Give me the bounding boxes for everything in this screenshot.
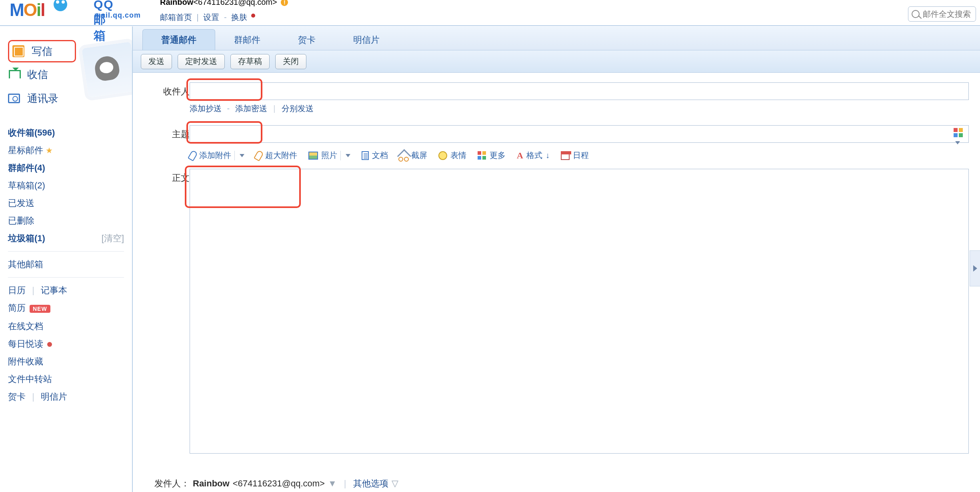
add-bcc-link[interactable]: 添加密送 — [235, 104, 267, 113]
nav-home[interactable]: 邮箱首页 — [160, 13, 192, 22]
tab-normal-mail[interactable]: 普通邮件 — [142, 29, 215, 50]
folder-sent[interactable]: 已发送 — [8, 194, 124, 212]
sidebar-daily-read[interactable]: 每日悦读 — [8, 335, 124, 353]
body-textarea[interactable] — [190, 169, 969, 454]
skin-update-dot-icon — [251, 14, 255, 18]
contacts-icon — [8, 94, 20, 103]
sidebar-attachments[interactable]: 附件收藏 — [8, 353, 124, 370]
folder-deleted[interactable]: 已删除 — [8, 212, 124, 230]
update-dot-icon — [47, 342, 52, 347]
compose-toolbar: 发送 定时发送 存草稿 关闭 — [133, 50, 980, 73]
smile-icon — [438, 151, 447, 160]
sidebar-file-transit[interactable]: 文件中转站 — [8, 370, 124, 388]
send-button[interactable]: 发送 — [141, 54, 172, 69]
sidebar-calendar[interactable]: 日历 — [8, 285, 26, 295]
sidebar-online-doc[interactable]: 在线文档 — [8, 318, 124, 335]
emoji-button[interactable]: 表情 — [438, 150, 466, 161]
nav-skin[interactable]: 换肤 — [231, 13, 247, 22]
sender-email: <674116231@qq.com> — [233, 478, 325, 489]
format-button[interactable]: A 格式 ↓ — [517, 150, 550, 161]
folder-spam[interactable]: 垃圾箱(1) [清空] — [8, 230, 124, 247]
sidebar-calendar-notes: 日历 | 记事本 — [8, 282, 124, 299]
chevron-down-icon[interactable] — [240, 154, 244, 157]
arrow-down-icon: ↓ — [546, 151, 550, 160]
calendar-date-icon — [561, 151, 570, 160]
search-icon — [912, 10, 920, 18]
subject-label: 主题 — [154, 125, 190, 140]
send-separately-link[interactable]: 分别发送 — [282, 104, 314, 113]
sidebar-resume[interactable]: 简历NEW — [8, 299, 124, 318]
compose-icon — [12, 45, 24, 57]
chevron-down-icon — [955, 141, 960, 144]
insert-photo-button[interactable]: 照片 — [308, 150, 350, 161]
chevron-down-icon[interactable] — [346, 154, 350, 157]
search-input[interactable] — [923, 10, 972, 19]
scissors-icon — [399, 151, 408, 160]
sidebar-contacts[interactable]: 通讯录 — [8, 86, 124, 110]
sidebar-postcard[interactable]: 明信片 — [41, 392, 67, 402]
compose-tabs: 普通邮件 群邮件 贺卡 明信片 — [133, 26, 980, 50]
save-draft-button[interactable]: 存草稿 — [230, 54, 270, 69]
user-name: Rainbow — [160, 0, 193, 6]
sidebar-greeting-postcard: 贺卡 | 明信片 — [8, 388, 124, 406]
add-cc-link[interactable]: 添加抄送 — [190, 104, 222, 113]
sidebar-contacts-label: 通讯录 — [27, 86, 58, 110]
editor-toolbar: 添加附件 超大附件 照片 — [190, 150, 969, 161]
schedule-send-button[interactable]: 定时发送 — [178, 54, 225, 69]
sender-dropdown[interactable]: ▼ — [328, 478, 337, 489]
body-label: 正文 — [154, 169, 190, 184]
spam-clear-link[interactable]: [清空] — [102, 230, 124, 247]
paperclip-icon — [188, 150, 198, 161]
insert-document-button[interactable]: 文档 — [362, 150, 388, 161]
sidebar-notes[interactable]: 记事本 — [41, 285, 67, 295]
sidebar-receive-label: 收信 — [27, 62, 48, 86]
sidebar-compose[interactable]: 写信 — [8, 40, 76, 62]
chevron-right-icon — [973, 265, 977, 272]
folder-starred[interactable]: 星标邮件 ★ — [8, 142, 124, 159]
star-icon: ★ — [46, 146, 53, 155]
other-options-link[interactable]: 其他选项 — [353, 478, 388, 490]
user-email: <674116231@qq.com> — [193, 0, 277, 6]
new-badge: NEW — [30, 305, 50, 313]
tab-greeting-card[interactable]: 贺卡 — [279, 29, 334, 50]
brand-name-en: mail.qq.com — [94, 11, 141, 20]
to-input[interactable] — [190, 82, 969, 100]
folder-inbox[interactable]: 收件箱(596) — [8, 124, 124, 142]
sidebar-compose-label: 写信 — [32, 39, 52, 63]
sender-label: 发件人： — [154, 478, 190, 490]
logo-monogram: MOil — [10, 0, 44, 20]
big-attach-button[interactable]: 超大附件 — [256, 150, 297, 161]
logo[interactable]: MOil QQ邮箱 mail.qq.com — [10, 0, 44, 20]
folder-other-mailboxes[interactable]: 其他邮箱 — [8, 256, 124, 273]
sidebar-receive[interactable]: 收信 — [8, 62, 124, 86]
photo-icon — [308, 152, 318, 160]
folder-drafts[interactable]: 草稿箱(2) — [8, 177, 124, 194]
search-box[interactable] — [908, 6, 976, 22]
screenshot-button[interactable]: 截屏 — [399, 150, 427, 161]
folder-group-mail[interactable]: 群邮件(4) — [8, 159, 124, 177]
nav-settings[interactable]: 设置 — [203, 13, 219, 22]
user-identity: Rainbow<674116231@qq.com> ! — [160, 0, 288, 7]
insert-schedule-button[interactable]: 日程 — [561, 150, 589, 161]
subject-emoji-picker[interactable] — [954, 128, 965, 139]
sidebar-greeting-card[interactable]: 贺卡 — [8, 392, 26, 402]
attach-button[interactable]: 添加附件 — [190, 150, 244, 161]
tab-group-mail[interactable]: 群邮件 — [215, 29, 279, 50]
large-paperclip-icon — [254, 150, 264, 161]
mosaic-icon — [954, 128, 965, 137]
grid-icon — [478, 151, 486, 160]
penguin-icon — [54, 0, 67, 11]
warning-icon[interactable]: ! — [281, 0, 288, 6]
to-label: 收件人 — [154, 82, 190, 98]
side-expander[interactable] — [970, 250, 980, 286]
sender-name: Rainbow — [193, 478, 230, 489]
document-icon — [362, 151, 369, 160]
more-button[interactable]: 更多 — [478, 150, 506, 161]
subject-input[interactable] — [190, 125, 969, 143]
tab-postcard[interactable]: 明信片 — [334, 29, 398, 50]
close-button[interactable]: 关闭 — [275, 54, 306, 69]
other-options-dropdown[interactable]: ▽ — [392, 478, 398, 489]
compose-footer: 发件人： Rainbow <674116231@qq.com> ▼ | 其他选项… — [154, 478, 398, 490]
inbox-arrow-icon — [8, 68, 20, 80]
format-a-icon: A — [517, 150, 523, 161]
